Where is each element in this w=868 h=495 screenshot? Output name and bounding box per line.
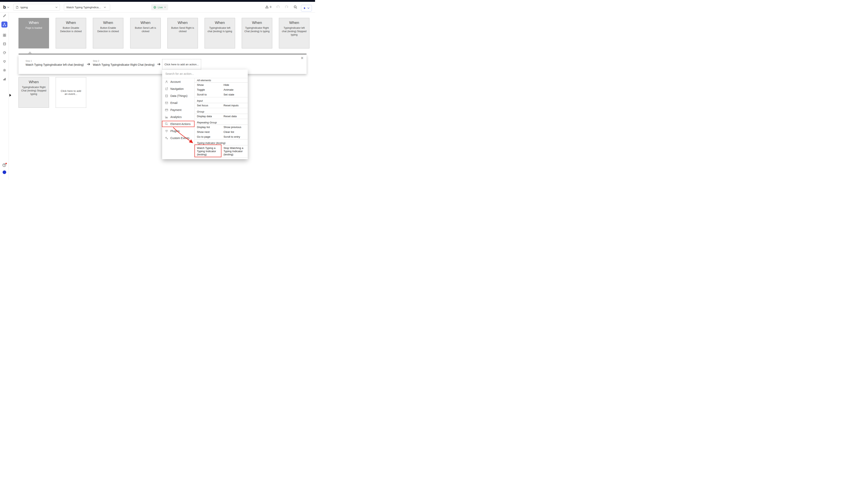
search-button[interactable] xyxy=(294,5,297,10)
action-stop-watching[interactable]: Stop Watching a Typing Indicator (testin… xyxy=(221,145,248,157)
sidebar-item-plugins[interactable] xyxy=(1,58,7,65)
chevron-down-icon xyxy=(55,7,57,8)
step-title: Watch Typing TypingIndicator left chat (… xyxy=(25,63,84,66)
page-selector-value: typing xyxy=(20,6,54,9)
event-card-page-loaded[interactable]: When Page is loaded xyxy=(18,18,49,48)
database-icon xyxy=(3,42,6,46)
redo-button[interactable] xyxy=(285,5,289,10)
sidebar-item-workflow[interactable] xyxy=(1,21,7,28)
environment-selector[interactable]: Live xyxy=(151,4,168,10)
action-reset-inputs[interactable]: Reset inputs xyxy=(221,103,248,108)
event-title: When xyxy=(131,20,160,25)
panel-scrollbar[interactable] xyxy=(18,53,307,55)
section-group: Group Display dataReset data xyxy=(194,109,248,119)
section-repeating-group: Repeating Group Display listShow previou… xyxy=(194,120,248,139)
step-label: Step 1 xyxy=(25,60,84,62)
step-2[interactable]: Step 2 Watch Typing TypingIndicator Righ… xyxy=(93,60,155,66)
action-go-to-page[interactable]: Go to page xyxy=(194,134,221,139)
action-set-state[interactable]: Set state xyxy=(221,92,248,97)
add-event-button[interactable]: Click here to add an event... xyxy=(56,77,86,108)
category-data-things[interactable]: Data (Things) xyxy=(162,92,194,99)
sidebar-item-components[interactable] xyxy=(1,32,7,38)
action-toggle[interactable]: Toggle xyxy=(194,87,221,92)
database-icon xyxy=(165,94,168,98)
action-set-focus[interactable]: Set focus xyxy=(194,103,221,108)
workflow-icon xyxy=(3,23,6,26)
preview-button[interactable] xyxy=(301,5,312,12)
sidebar-item-logs[interactable] xyxy=(1,76,7,82)
action-hide[interactable]: Hide xyxy=(221,83,248,87)
account-icon xyxy=(165,80,168,83)
action-show-next[interactable]: Show next xyxy=(194,130,221,134)
avatar[interactable] xyxy=(3,170,6,174)
help-button[interactable] xyxy=(2,163,7,168)
category-payment[interactable]: Payment xyxy=(162,106,194,113)
action-search-input[interactable] xyxy=(166,72,244,75)
workflow-selector-value: Watch Typing TypingIndica... xyxy=(66,6,102,9)
event-subtitle: Button Disable Detection is clicked xyxy=(56,26,86,33)
analytics-icon xyxy=(165,115,168,119)
category-custom-events[interactable]: Custom Events xyxy=(162,134,194,141)
category-email[interactable]: Email xyxy=(162,99,194,106)
step-arrow-icon xyxy=(157,63,161,66)
step-1[interactable]: Step 1 Watch Typing TypingIndicator left… xyxy=(25,60,84,66)
issues-count: 0 xyxy=(270,5,272,8)
event-card[interactable]: When Button Disable Detection is clicked xyxy=(56,18,86,48)
chevron-down-icon xyxy=(104,7,106,8)
action-animate[interactable]: Animate xyxy=(221,87,248,92)
action-reset-data[interactable]: Reset data xyxy=(221,114,248,119)
play-icon xyxy=(303,7,306,10)
category-label: Email xyxy=(170,101,177,104)
event-card[interactable]: When Button Send Right is clicked xyxy=(167,18,198,48)
action-scroll-to[interactable]: Scroll to xyxy=(194,92,221,97)
close-icon[interactable]: × xyxy=(301,56,303,60)
step-label: Step 2 xyxy=(93,60,155,62)
event-card[interactable]: When Button Send Left is clicked xyxy=(130,18,161,48)
category-element-actions[interactable]: Element Actions xyxy=(162,120,194,127)
event-card[interactable]: When TypingIndicator left chat (testing)… xyxy=(205,18,235,48)
event-card[interactable]: When TypingIndicator Right Chat (testing… xyxy=(18,77,49,108)
plug-icon xyxy=(3,60,6,63)
issues-indicator[interactable]: 0 xyxy=(265,5,272,8)
logs-icon xyxy=(3,78,6,81)
sidebar-item-design[interactable] xyxy=(1,13,7,19)
action-clear-list[interactable]: Clear list xyxy=(221,130,248,134)
sidebar xyxy=(0,13,9,180)
chevron-down-icon xyxy=(164,7,166,8)
panel-pointer xyxy=(28,51,32,53)
event-card[interactable]: When Button Enable Detection is clicked xyxy=(93,18,123,48)
app-logo-menu[interactable]: b xyxy=(3,5,9,10)
action-display-list[interactable]: Display list xyxy=(194,125,221,130)
category-navigation[interactable]: Navigation xyxy=(162,85,194,92)
step-title: Watch Typing TypingIndicator Right Chat … xyxy=(93,63,155,66)
event-subtitle: Button Enable Detection is clicked xyxy=(93,26,123,33)
logo-text: b xyxy=(3,5,6,10)
action-scroll-to-entry[interactable]: Scroll to entry xyxy=(221,134,248,139)
action-show[interactable]: Show xyxy=(194,83,221,87)
category-label: Data (Things) xyxy=(170,94,188,98)
event-card[interactable]: When TypingIndicator left chat (testing)… xyxy=(279,18,309,48)
add-action-button[interactable]: Click here to add an action... xyxy=(162,59,201,70)
category-account[interactable]: Account xyxy=(162,78,194,85)
sidebar-collapse-handle[interactable] xyxy=(10,94,11,97)
undo-button[interactable] xyxy=(276,5,280,10)
category-label: Element Actions xyxy=(170,122,190,125)
event-card[interactable]: When TypingIndicator Right Chat (testing… xyxy=(242,18,272,48)
category-analytics[interactable]: Analytics xyxy=(162,113,194,120)
action-show-previous[interactable]: Show previous xyxy=(221,125,248,130)
action-watch-typing[interactable]: Watch Typing a Typing Indicator (testing… xyxy=(194,145,221,157)
sidebar-item-data[interactable] xyxy=(1,41,7,47)
sidebar-item-styles[interactable] xyxy=(1,50,7,56)
sidebar-item-settings[interactable] xyxy=(1,67,7,73)
warning-icon xyxy=(265,5,268,8)
page-selector[interactable]: typing xyxy=(13,4,60,11)
action-list: All elements ShowHide ToggleAnimate Scro… xyxy=(194,78,248,159)
category-plugins[interactable]: Plugins xyxy=(162,127,194,134)
plug-icon xyxy=(165,130,168,133)
chevron-down-icon xyxy=(308,7,309,9)
workflow-selector[interactable]: Watch Typing TypingIndica... xyxy=(64,4,110,11)
search-icon xyxy=(294,5,297,9)
top-strip xyxy=(0,0,315,2)
chevron-down-icon xyxy=(7,7,9,8)
action-display-data[interactable]: Display data xyxy=(194,114,221,119)
